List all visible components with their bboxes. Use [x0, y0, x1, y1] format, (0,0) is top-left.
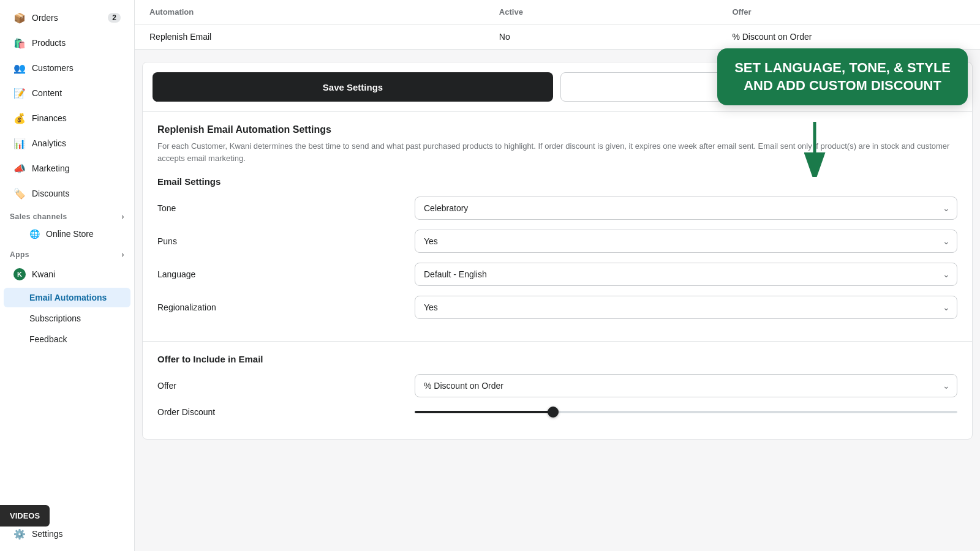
sidebar-item-content[interactable]: 📝 Content	[4, 81, 130, 105]
offer-label: Offer	[157, 381, 415, 391]
sidebar-item-customers[interactable]: 👥 Customers	[4, 56, 130, 80]
offer-row: Offer % Discount on Order Free Shipping …	[157, 374, 957, 397]
automation-table: Automation Active Offer Replenish Email …	[135, 0, 980, 50]
offer-select[interactable]: % Discount on Order Free Shipping Fixed …	[415, 374, 957, 397]
settings-panel: Save Settings ⊗ Cancel Replenish Email A…	[142, 62, 973, 440]
online-store-icon: 🌐	[29, 229, 40, 239]
puns-row: Puns Yes No ⌄	[157, 230, 957, 253]
apps-section: Apps ›	[0, 244, 134, 261]
orders-badge: 2	[108, 13, 121, 23]
sidebar-item-kwani[interactable]: K Kwani	[4, 262, 130, 287]
sidebar-item-email-automations[interactable]: Email Automations	[4, 288, 130, 307]
customers-icon: 👥	[13, 62, 26, 74]
sidebar-item-subscriptions[interactable]: Subscriptions	[4, 309, 130, 328]
order-discount-row: Order Discount	[157, 407, 957, 417]
sidebar-item-analytics[interactable]: 📊 Analytics	[4, 131, 130, 156]
offer-section: Offer to Include in Email Offer % Discou…	[143, 341, 972, 439]
puns-select-wrapper: Yes No ⌄	[415, 230, 957, 253]
customers-label: Customers	[32, 63, 74, 73]
orders-label: Orders	[32, 13, 58, 23]
marketing-icon: 📣	[13, 162, 26, 174]
subscriptions-label: Subscriptions	[29, 313, 81, 323]
discounts-icon: 🏷️	[13, 187, 26, 200]
table-data-row[interactable]: Replenish Email No % Discount on Order	[135, 24, 980, 49]
analytics-icon: 📊	[13, 137, 26, 149]
tone-control: Celebratory Professional Friendly Casual…	[415, 197, 957, 220]
regionalization-select-wrapper: Yes No ⌄	[415, 296, 957, 319]
col-active: Active	[499, 7, 733, 17]
sidebar-item-finances[interactable]: 💰 Finances	[4, 106, 130, 130]
offer-control: % Discount on Order Free Shipping Fixed …	[415, 374, 957, 397]
order-discount-control	[415, 411, 957, 413]
tone-label: Tone	[157, 203, 415, 213]
finances-label: Finances	[32, 113, 67, 123]
products-icon: 🛍️	[13, 37, 26, 49]
puns-label: Puns	[157, 236, 415, 246]
tone-select-wrapper: Celebratory Professional Friendly Casual…	[415, 197, 957, 220]
analytics-label: Analytics	[32, 138, 66, 148]
cell-offer: % Discount on Order	[732, 32, 965, 42]
col-automation: Automation	[149, 7, 499, 17]
settings-body: Replenish Email Automation Settings For …	[143, 112, 972, 341]
main-content: Automation Active Offer Replenish Email …	[135, 0, 980, 551]
cell-automation: Replenish Email	[149, 32, 499, 42]
online-store-label: Online Store	[46, 229, 94, 239]
order-discount-slider[interactable]	[415, 411, 957, 413]
finances-icon: 💰	[13, 112, 26, 124]
sidebar-item-discounts[interactable]: 🏷️ Discounts	[4, 181, 130, 206]
annotation-bubble: SET LANGUAGE, TONE, & STYLE AND ADD CUST…	[717, 48, 968, 105]
regionalization-control: Yes No ⌄	[415, 296, 957, 319]
products-label: Products	[32, 38, 66, 48]
sales-channels-section: Sales channels ›	[0, 206, 134, 223]
language-label: Language	[157, 269, 415, 279]
sidebar-item-orders[interactable]: 📦 Orders 2	[4, 6, 130, 30]
col-offer: Offer	[732, 7, 965, 17]
offer-section-title: Offer to Include in Email	[157, 354, 957, 364]
order-discount-label: Order Discount	[157, 407, 415, 417]
sales-channels-chevron[interactable]: ›	[122, 212, 125, 221]
puns-select[interactable]: Yes No	[415, 230, 957, 253]
settings-label: Settings	[32, 529, 63, 539]
kwani-label: Kwani	[32, 269, 55, 279]
language-control: Default - English Spanish French German …	[415, 263, 957, 286]
sidebar-item-products[interactable]: 🛍️ Products	[4, 31, 130, 55]
feedback-label: Feedback	[29, 334, 67, 344]
orders-icon: 📦	[13, 12, 26, 24]
regionalization-select[interactable]: Yes No	[415, 296, 957, 319]
annotation-line1: SET LANGUAGE, TONE, & STYLE	[734, 59, 951, 77]
settings-icon: ⚙️	[13, 528, 26, 540]
language-select[interactable]: Default - English Spanish French German	[415, 263, 957, 286]
regionalization-label: Regionalization	[157, 302, 415, 312]
apps-chevron[interactable]: ›	[122, 250, 125, 259]
content-icon: 📝	[13, 87, 26, 99]
tone-select[interactable]: Celebratory Professional Friendly Casual	[415, 197, 957, 220]
marketing-label: Marketing	[32, 163, 69, 173]
annotation-arrow	[790, 122, 839, 179]
content-label: Content	[32, 88, 62, 98]
annotation-line2: AND ADD CUSTOM DISCOUNT	[734, 77, 951, 95]
puns-control: Yes No ⌄	[415, 230, 957, 253]
cell-active: No	[499, 32, 733, 42]
save-settings-button[interactable]: Save Settings	[153, 72, 553, 102]
content-wrapper: SET LANGUAGE, TONE, & STYLE AND ADD CUST…	[135, 54, 980, 447]
language-row: Language Default - English Spanish Frenc…	[157, 263, 957, 286]
regionalization-row: Regionalization Yes No ⌄	[157, 296, 957, 319]
table-header-row: Automation Active Offer	[135, 0, 980, 24]
sidebar-item-marketing[interactable]: 📣 Marketing	[4, 156, 130, 181]
email-automations-label: Email Automations	[29, 293, 107, 302]
sidebar-item-feedback[interactable]: Feedback	[4, 329, 130, 349]
offer-select-wrapper: % Discount on Order Free Shipping Fixed …	[415, 374, 957, 397]
kwani-icon: K	[13, 268, 26, 280]
language-select-wrapper: Default - English Spanish French German …	[415, 263, 957, 286]
sidebar: 📦 Orders 2 🛍️ Products 👥 Customers 📝 Con…	[0, 0, 135, 551]
sidebar-item-online-store[interactable]: 🌐 Online Store	[4, 224, 130, 244]
discounts-label: Discounts	[32, 189, 69, 198]
tone-row: Tone Celebratory Professional Friendly C…	[157, 197, 957, 220]
